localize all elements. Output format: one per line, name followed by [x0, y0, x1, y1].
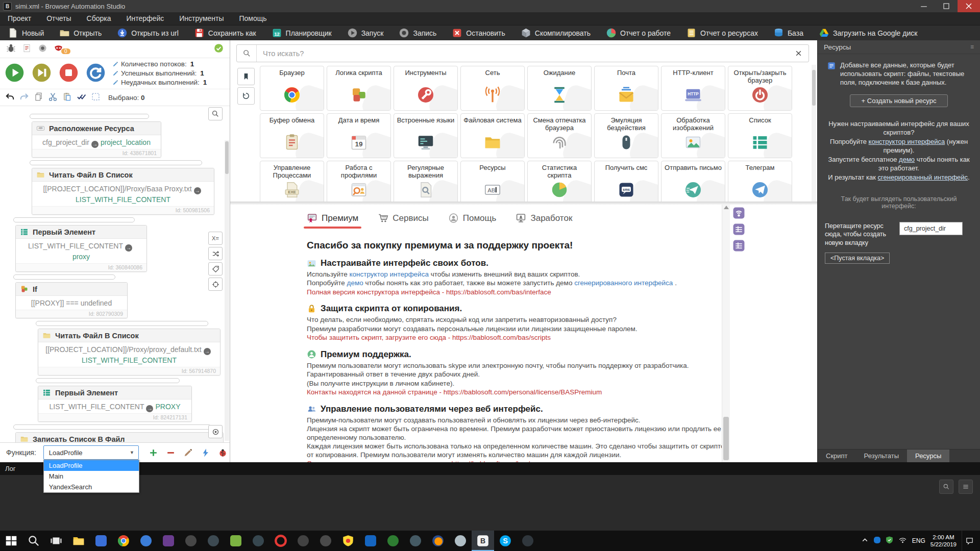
block-first-element-1[interactable]: Первый ЭлементLIST_WITH_FILE_CONTENT→pro…: [15, 225, 147, 272]
taskbar-chrome[interactable]: [112, 531, 135, 551]
taskbar-app-silver[interactable]: [449, 531, 472, 551]
menu-item-reports[interactable]: Отчеты: [39, 12, 79, 25]
card-list[interactable]: Список: [728, 113, 792, 158]
run-to-end-script-button[interactable]: [32, 63, 51, 84]
card-send-email[interactable]: Отправить письмо: [661, 161, 725, 202]
block-read-file-to-list-2[interactable]: Читать Файл В Список[[PROJECT_LOCATION]]…: [38, 329, 220, 375]
card-open-close-browser[interactable]: Открыть/закрыть браузер: [728, 66, 792, 111]
text-segment[interactable]: демо: [347, 279, 363, 287]
function-option-loadprofile[interactable]: LoadProfile: [44, 460, 139, 471]
panel-menu-icon[interactable]: ≡: [970, 43, 974, 51]
taskbar-skype[interactable]: S: [494, 531, 517, 551]
taskbar-antivirus[interactable]: [337, 531, 359, 551]
toolbar-record-button[interactable]: Запись: [391, 26, 444, 40]
toolbar-work-report-button[interactable]: Отчет о работе: [598, 26, 678, 40]
stop-script-button[interactable]: [59, 63, 78, 84]
promo-segment[interactable]: демо: [899, 156, 915, 163]
card-idle-emulation[interactable]: Эмуляция бездействия: [594, 113, 658, 158]
panel-tab-script[interactable]: Скрипт: [818, 449, 856, 462]
taskbar-mail-app[interactable]: [135, 531, 157, 551]
preview-grid-1-button[interactable]: [732, 223, 745, 238]
promo-segment[interactable]: конструктор интерфейса: [869, 138, 945, 145]
card-network[interactable]: Сеть: [460, 66, 525, 111]
taskbar-search[interactable]: [22, 531, 45, 551]
language-indicator[interactable]: ENG: [912, 537, 925, 544]
empty-tab-button[interactable]: <Пустая вкладка>: [825, 253, 890, 264]
toolbar-save-as-button[interactable]: Сохранить как: [186, 26, 264, 40]
text-segment[interactable]: конструктор интерфейса: [350, 270, 429, 278]
rename-function-button[interactable]: [183, 447, 194, 458]
function-select[interactable]: LoadProfile ▼ LoadProfileMainYandexSearc…: [43, 445, 139, 460]
card-receive-sms[interactable]: Получить смсsms: [594, 161, 658, 202]
block-connector[interactable]: [36, 378, 180, 383]
taskbar-app-dark-2[interactable]: [202, 531, 225, 551]
card-browser[interactable]: Браузер: [260, 66, 324, 111]
bookmark-icon[interactable]: [237, 68, 255, 85]
card-resources[interactable]: РесурсыAB: [460, 161, 525, 202]
tray-app-icon[interactable]: [874, 536, 880, 545]
resource-tab-field[interactable]: cfg_project_dir: [899, 222, 963, 235]
card-telegram[interactable]: Телеграм: [728, 161, 792, 202]
toolbar-scheduler-button[interactable]: 12Планировщик: [264, 26, 339, 40]
block-first-element-2[interactable]: Первый ЭлементLIST_WITH_FILE_CONTENT→PRO…: [38, 386, 192, 422]
select-all-button[interactable]: [77, 92, 86, 103]
card-fingerprint-switcher[interactable]: Смена отпечатка браузера: [527, 113, 592, 158]
block-resource-location[interactable]: ABIРасположение Ресурсаcfg_project_dir→p…: [32, 121, 161, 158]
block-write-list-to-file[interactable]: Записать Список В ФайлLIST_WITH_FILE_CON…: [15, 432, 224, 442]
promo-segment[interactable]: сгенерированный интерфейс: [878, 173, 968, 181]
create-resource-button[interactable]: + Создать новый ресурс: [850, 94, 948, 107]
block-connector[interactable]: [13, 274, 115, 280]
block-connector[interactable]: [30, 160, 202, 165]
taskbar-app-slate[interactable]: [404, 531, 427, 551]
card-http-client[interactable]: HTTP-клиентHTTP: [661, 66, 725, 111]
search-input[interactable]: [257, 49, 788, 58]
copy-button[interactable]: [34, 92, 43, 103]
taskbar-app-blue[interactable]: [90, 531, 112, 551]
mini-debug-icon[interactable]: [6, 43, 16, 55]
toolbar-open-from-url-button[interactable]: Открыть из url: [109, 26, 186, 40]
clock[interactable]: 2:00 AM 5/22/2019: [930, 534, 957, 548]
block-connector[interactable]: [13, 217, 135, 222]
toolbar-resources-report-button[interactable]: Отчет о ресурсах: [678, 26, 766, 40]
card-date-time[interactable]: Дата и время19: [327, 113, 391, 158]
undo-button[interactable]: [5, 92, 15, 103]
script-scrollbar[interactable]: [225, 140, 229, 441]
run-function-button[interactable]: [200, 447, 211, 458]
history-icon[interactable]: [237, 87, 255, 105]
card-script-logic[interactable]: Логика скрипта: [327, 66, 391, 111]
cut-button[interactable]: [48, 92, 58, 103]
block-read-file-to-list-1[interactable]: Читать Файл В Список[[PROJECT_LOCATION]]…: [32, 168, 214, 215]
block-search-button[interactable]: [208, 107, 223, 120]
block-if[interactable]: If[[PROXY]] === undefinedId: 802790309: [15, 282, 128, 318]
taskbar-opera[interactable]: [270, 531, 292, 551]
grid-scrollbar[interactable]: [812, 65, 816, 202]
search-clear-icon[interactable]: [788, 50, 808, 57]
record-function-button[interactable]: [208, 425, 223, 438]
tray-network-icon[interactable]: [898, 536, 907, 546]
swap-threads-button[interactable]: [208, 247, 223, 260]
card-regexp[interactable]: Регулярные выражения: [394, 161, 458, 202]
block-connector[interactable]: [36, 321, 208, 326]
mini-script-info-icon[interactable]: [22, 43, 32, 55]
block-connector[interactable]: [30, 114, 149, 119]
minimize-button[interactable]: [913, 0, 935, 12]
menu-item-interface[interactable]: Интерфейс: [118, 12, 172, 25]
taskbar-app-green[interactable]: [225, 531, 247, 551]
card-embedded-languages[interactable]: Встроенные языки: [394, 113, 458, 158]
toolbar-upload-gdrive-button[interactable]: Загрузить на Google диск: [811, 26, 925, 40]
selection-box-button[interactable]: [91, 92, 101, 103]
tab-services[interactable]: Сервисы: [378, 213, 428, 229]
toolbar-stop-button[interactable]: Остановить: [444, 26, 512, 40]
restart-script-button[interactable]: [86, 63, 105, 84]
menu-item-tools[interactable]: Инструменты: [172, 12, 231, 25]
taskbar-app-dark-3[interactable]: [292, 531, 314, 551]
panel-tab-resources[interactable]: Ресурсы: [907, 449, 949, 462]
labels-button[interactable]: [208, 262, 223, 276]
taskbar-dev-app[interactable]: [157, 531, 180, 551]
variables-button[interactable]: X=: [208, 232, 223, 245]
notification-center-icon[interactable]: [962, 531, 977, 551]
redo-button[interactable]: [19, 92, 29, 103]
taskbar-task-view[interactable]: [45, 531, 67, 551]
menu-item-project[interactable]: Проект: [0, 12, 39, 25]
menu-item-build[interactable]: Сборка: [79, 12, 119, 25]
